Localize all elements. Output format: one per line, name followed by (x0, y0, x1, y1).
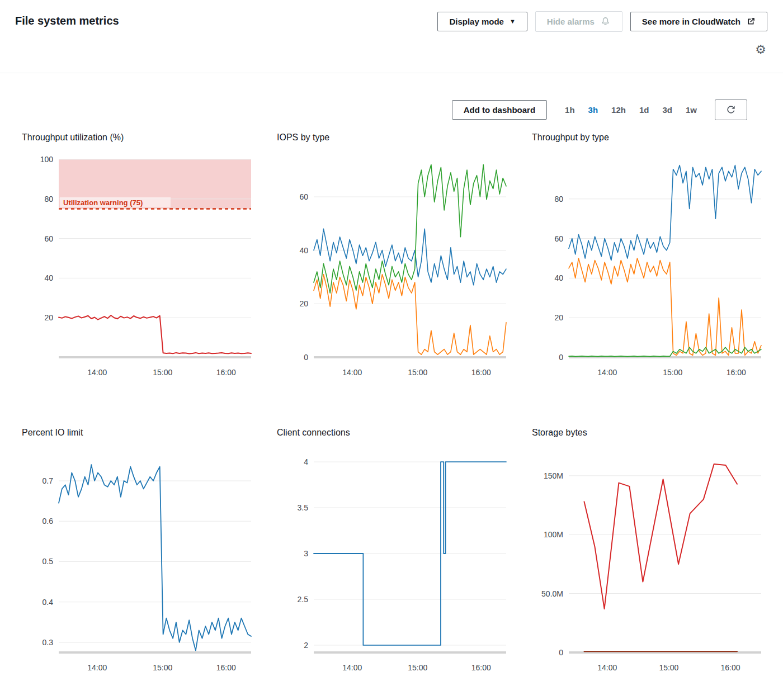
svg-text:50.0M: 50.0M (541, 589, 563, 598)
svg-text:15:00: 15:00 (663, 368, 682, 377)
svg-text:16:00: 16:00 (471, 663, 491, 672)
svg-text:14:00: 14:00 (87, 663, 107, 672)
add-to-dashboard-label: Add to dashboard (464, 105, 535, 115)
svg-text:0: 0 (559, 648, 563, 657)
throughput-by-type-chart[interactable]: 02040608014:0015:0016:00 (532, 150, 767, 381)
range-3h[interactable]: 3h (588, 105, 598, 115)
settings-gear-icon[interactable]: ⚙ (755, 44, 766, 56)
svg-text:0.3: 0.3 (43, 638, 54, 647)
svg-text:16:00: 16:00 (471, 368, 491, 377)
range-12h[interactable]: 12h (611, 105, 626, 115)
svg-text:20: 20 (554, 313, 563, 322)
svg-text:14:00: 14:00 (597, 663, 617, 672)
svg-text:3: 3 (304, 549, 308, 558)
add-to-dashboard-button[interactable]: Add to dashboard (452, 100, 547, 120)
svg-text:2: 2 (304, 641, 308, 650)
svg-text:16:00: 16:00 (727, 368, 746, 377)
svg-text:3.5: 3.5 (298, 503, 309, 512)
refresh-button[interactable] (715, 100, 747, 120)
chart-card-storage-bytes: Storage bytes 050.0M100M150M14:0015:0016… (532, 428, 767, 676)
svg-text:0: 0 (559, 353, 563, 362)
page-title: File system metrics (15, 15, 119, 27)
svg-text:40: 40 (554, 273, 563, 282)
caret-down-icon: ▼ (510, 18, 516, 25)
svg-text:0.7: 0.7 (43, 476, 54, 485)
svg-text:80: 80 (44, 195, 53, 204)
chart-card-throughput-by-type: Throughput by type 02040608014:0015:0016… (532, 133, 767, 381)
see-more-label: See more in CloudWatch (642, 17, 740, 26)
display-mode-label: Display mode (449, 17, 504, 26)
svg-text:0.5: 0.5 (43, 557, 54, 566)
refresh-icon (725, 104, 737, 115)
chart-title-client-connections: Client connections (277, 428, 512, 438)
iops-by-type-chart[interactable]: 020406014:0015:0016:00 (277, 150, 512, 381)
svg-text:15:00: 15:00 (153, 663, 172, 672)
svg-text:0.6: 0.6 (43, 517, 54, 526)
svg-text:15:00: 15:00 (408, 663, 427, 672)
chart-title-percent-io-limit: Percent IO limit (22, 428, 257, 438)
hide-alarms-button[interactable]: Hide alarms (535, 11, 622, 32)
svg-text:100M: 100M (544, 530, 563, 539)
svg-text:16:00: 16:00 (216, 663, 236, 672)
see-more-cloudwatch-button[interactable]: See more in CloudWatch (630, 12, 767, 31)
svg-text:16:00: 16:00 (720, 663, 740, 672)
svg-text:60: 60 (299, 192, 308, 201)
range-1h[interactable]: 1h (565, 105, 575, 115)
svg-text:15:00: 15:00 (659, 663, 678, 672)
svg-text:14:00: 14:00 (87, 368, 107, 377)
svg-text:15:00: 15:00 (153, 368, 172, 377)
svg-text:14:00: 14:00 (597, 368, 617, 377)
svg-text:14:00: 14:00 (342, 368, 362, 377)
svg-text:Utilization warning (75): Utilization warning (75) (63, 198, 143, 207)
svg-text:2.5: 2.5 (298, 595, 309, 604)
svg-text:20: 20 (44, 313, 53, 322)
chart-title-throughput-utilization: Throughput utilization (%) (22, 133, 257, 143)
display-mode-button[interactable]: Display mode ▼ (437, 12, 527, 31)
header-actions: Display mode ▼ Hide alarms See more in C… (437, 11, 767, 32)
bell-icon (600, 16, 611, 27)
chart-card-percent-io-limit: Percent IO limit 0.30.40.50.60.714:0015:… (22, 428, 257, 676)
time-range-selector: 1h 3h 12h 1d 3d 1w (565, 105, 697, 115)
charts-grid: Throughput utilization (%) 2040608010014… (0, 133, 783, 676)
throughput-utilization-chart[interactable]: 2040608010014:0015:0016:00Utilization wa… (22, 150, 257, 381)
chart-card-throughput-utilization: Throughput utilization (%) 2040608010014… (22, 133, 257, 381)
svg-text:40: 40 (44, 273, 53, 282)
svg-text:4: 4 (304, 457, 308, 466)
svg-text:150M: 150M (544, 471, 563, 480)
chart-title-iops-by-type: IOPS by type (277, 133, 512, 143)
svg-text:80: 80 (554, 195, 563, 204)
range-3d[interactable]: 3d (662, 105, 672, 115)
chart-card-client-connections: Client connections 22.533.5414:0015:0016… (277, 428, 512, 676)
svg-text:100: 100 (40, 155, 54, 164)
svg-text:60: 60 (44, 234, 53, 243)
svg-text:20: 20 (299, 299, 308, 308)
chart-title-storage-bytes: Storage bytes (532, 428, 767, 438)
toolbar: Add to dashboard 1h 3h 12h 1d 3d 1w (0, 99, 783, 120)
storage-bytes-chart[interactable]: 050.0M100M150M14:0015:0016:00 (532, 446, 767, 676)
chart-card-iops-by-type: IOPS by type 020406014:0015:0016:00 (277, 133, 512, 381)
hide-alarms-label: Hide alarms (547, 17, 595, 26)
svg-text:15:00: 15:00 (408, 368, 427, 377)
header: File system metrics Display mode ▼ Hide … (0, 0, 783, 73)
chart-title-throughput-by-type: Throughput by type (532, 133, 767, 143)
svg-text:60: 60 (554, 234, 563, 243)
svg-text:0.4: 0.4 (43, 598, 54, 607)
client-connections-chart[interactable]: 22.533.5414:0015:0016:00 (277, 446, 512, 676)
range-1d[interactable]: 1d (639, 105, 649, 115)
svg-text:14:00: 14:00 (342, 663, 362, 672)
svg-text:0: 0 (304, 353, 308, 362)
range-1w[interactable]: 1w (686, 105, 697, 115)
percent-io-limit-chart[interactable]: 0.30.40.50.60.714:0015:0016:00 (22, 446, 257, 676)
svg-text:40: 40 (299, 246, 308, 255)
external-link-icon (746, 17, 756, 26)
svg-text:16:00: 16:00 (216, 368, 236, 377)
